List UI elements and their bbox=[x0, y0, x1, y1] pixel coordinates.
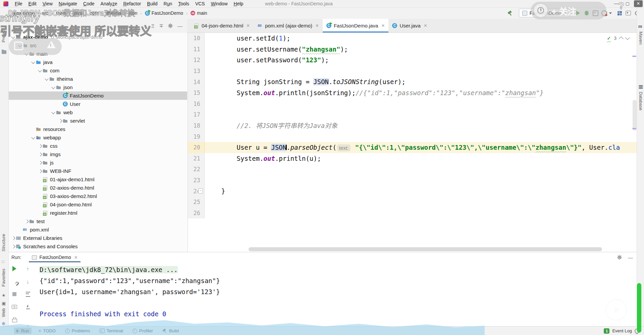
code-line-24[interactable]: 24 } bbox=[188, 186, 637, 197]
tree-item-04-json-demo-html[interactable]: 04-json-demo.html bbox=[9, 200, 187, 209]
pin-icon[interactable] bbox=[634, 328, 640, 334]
camera-icon[interactable] bbox=[11, 304, 17, 310]
scroll-to-end-icon[interactable] bbox=[25, 304, 31, 310]
project-folder-icon[interactable] bbox=[2, 50, 6, 54]
breadcrumb-item-main[interactable]: main bbox=[190, 10, 208, 16]
database-icon[interactable] bbox=[639, 85, 643, 86]
close-icon[interactable]: ✕ bbox=[634, 0, 643, 7]
maven-icon[interactable]: m bbox=[638, 23, 642, 29]
menu-item-code[interactable]: Code bbox=[80, 1, 97, 6]
tree-item-main[interactable]: main bbox=[9, 50, 187, 58]
chevron-down-icon[interactable] bbox=[31, 60, 36, 65]
inspection-widget[interactable]: ✓ 3 bbox=[607, 36, 629, 41]
code-line-16[interactable]: 16 bbox=[188, 98, 637, 110]
code-line-25[interactable]: 25 bbox=[188, 197, 637, 208]
status-item-build[interactable]: Build bbox=[160, 328, 181, 334]
menu-item-vcs[interactable]: VCS bbox=[192, 1, 208, 6]
code-line-14[interactable]: 14 String jsonString = JSON.toJSONString… bbox=[188, 76, 637, 87]
run-icon[interactable] bbox=[574, 9, 582, 17]
menu-item-build[interactable]: Build bbox=[144, 1, 160, 6]
menu-item-help[interactable]: Help bbox=[231, 1, 247, 6]
status-item-terminal[interactable]: Terminal bbox=[97, 328, 125, 334]
menu-item-edit[interactable]: Edit bbox=[25, 1, 40, 6]
chevron-right-icon[interactable] bbox=[24, 219, 29, 224]
tree-item-itheima[interactable]: itheima bbox=[9, 75, 187, 83]
tree-item-src[interactable]: src bbox=[9, 41, 187, 50]
breadcrumb-item-fastjsondemo[interactable]: FastJsonDemo bbox=[144, 10, 184, 16]
down-arrow-icon[interactable]: ↓ bbox=[25, 278, 31, 284]
tool-button-web[interactable]: Web bbox=[1, 308, 6, 317]
breadcrumb-item-com[interactable]: com bbox=[89, 10, 99, 16]
code-line-15[interactable]: 15 System.out.println(jsonString);//{"id… bbox=[188, 87, 637, 98]
debug-icon[interactable] bbox=[582, 9, 591, 17]
menu-item-window[interactable]: Window bbox=[208, 1, 231, 6]
code-line-19[interactable]: 19 bbox=[188, 131, 637, 142]
breadcrumb-item-src[interactable]: src bbox=[42, 10, 49, 16]
tree-item-java[interactable]: java bbox=[9, 58, 187, 66]
editor-horizontal-scrollbar[interactable] bbox=[205, 247, 637, 251]
tree-item-imgs[interactable]: imgs bbox=[9, 150, 187, 158]
tree-item-pom-xml[interactable]: pom.xml bbox=[9, 225, 187, 234]
run-anything-icon[interactable] bbox=[624, 9, 633, 17]
close-icon[interactable]: ✕ bbox=[246, 23, 250, 28]
status-item-profiler[interactable]: Profiler bbox=[130, 328, 155, 334]
up-arrow-icon[interactable]: ↑ bbox=[25, 266, 31, 272]
chevron-down-icon[interactable] bbox=[51, 85, 56, 90]
chevron-down-icon[interactable] bbox=[24, 51, 29, 56]
tree-item-scratches-and-consoles[interactable]: Scratches and Consoles bbox=[9, 242, 187, 251]
tree-item-fastjsondemo[interactable]: FastJsonDemo bbox=[9, 91, 187, 100]
prev-warning-icon[interactable] bbox=[619, 37, 624, 41]
grid-icon[interactable]: ∷ bbox=[2, 259, 4, 264]
stop-icon[interactable] bbox=[11, 291, 17, 297]
tool-button-favorites[interactable]: Favorites bbox=[1, 269, 6, 286]
fold-marker-icon[interactable] bbox=[198, 188, 203, 194]
tree-item-servlet[interactable]: servlet bbox=[9, 117, 187, 125]
chevron-right-icon[interactable] bbox=[38, 143, 43, 148]
chevron-down-icon[interactable] bbox=[11, 35, 16, 40]
chevron-right-icon[interactable] bbox=[38, 169, 43, 174]
tab-04-json-demo-html[interactable]: 04-json-demo.html✕ bbox=[190, 19, 254, 32]
chevron-right-icon[interactable] bbox=[38, 152, 43, 157]
tree-item-js[interactable]: js bbox=[9, 158, 187, 167]
maximize-icon[interactable]: ▢ bbox=[623, 0, 633, 7]
tree-item-external-libraries[interactable]: External Libraries bbox=[9, 234, 187, 242]
tree-item-css[interactable]: css bbox=[9, 142, 187, 150]
breadcrumb-item-main[interactable]: main bbox=[55, 10, 67, 16]
code-line-22[interactable]: 22 bbox=[188, 164, 637, 175]
tree-item-ajax-demo[interactable]: ajax-demoD:\workspace\ajax-demo bbox=[9, 33, 187, 41]
code-editor[interactable]: 10 user.setId(1);11 user.setUsername("zh… bbox=[187, 33, 637, 252]
tree-item-01-ajax-demo1-html[interactable]: 01-ajax-demo1.html bbox=[9, 175, 187, 184]
collapse-all-icon[interactable]: Ξ bbox=[151, 23, 155, 29]
tree-item-web-inf[interactable]: WEB-INF bbox=[9, 167, 187, 175]
warning-stripe-mark[interactable] bbox=[632, 128, 636, 129]
code-line-21[interactable]: 21 System.out.println(u); bbox=[188, 153, 637, 164]
tool-button-project[interactable]: Project bbox=[1, 29, 6, 42]
profiler-chevron-icon[interactable] bbox=[609, 12, 612, 14]
chevron-down-icon[interactable] bbox=[38, 68, 43, 73]
breadcrumb-item-itheima[interactable]: itheima bbox=[105, 10, 122, 16]
event-log-widget[interactable]: 1 Event Log bbox=[604, 328, 639, 334]
chevron-right-icon[interactable] bbox=[11, 244, 16, 249]
breadcrumb-item-json[interactable]: json bbox=[128, 10, 138, 16]
code-line-11[interactable]: 11 user.setUsername("zhangsan"); bbox=[188, 44, 637, 55]
soft-wrap-icon[interactable] bbox=[25, 291, 31, 297]
tool-button-maven[interactable]: Maven bbox=[638, 31, 643, 45]
code-line-26[interactable]: 26 bbox=[188, 208, 637, 219]
tree-item-resources[interactable]: resources bbox=[9, 125, 187, 133]
tree-item-test[interactable]: test bbox=[9, 217, 187, 225]
rerun-icon[interactable] bbox=[11, 266, 17, 272]
profiler-icon[interactable] bbox=[600, 9, 608, 17]
printer-icon[interactable] bbox=[11, 317, 17, 323]
chevron-down-icon[interactable] bbox=[51, 110, 56, 115]
chevron-right-icon[interactable] bbox=[38, 160, 43, 165]
tab-user-java[interactable]: User.java✕ bbox=[388, 19, 431, 32]
chevron-down-icon[interactable] bbox=[31, 135, 36, 140]
layout-icon[interactable] bbox=[615, 9, 624, 17]
menu-item-view[interactable]: View bbox=[40, 1, 56, 6]
close-icon[interactable]: ✕ bbox=[424, 23, 427, 28]
star-icon[interactable]: ★ bbox=[2, 293, 6, 298]
chevron-right-icon[interactable] bbox=[11, 236, 16, 241]
tool-button-database[interactable]: Database bbox=[638, 92, 643, 111]
code-line-23[interactable]: 23 bbox=[188, 175, 637, 186]
close-icon[interactable]: ✕ bbox=[381, 23, 385, 28]
